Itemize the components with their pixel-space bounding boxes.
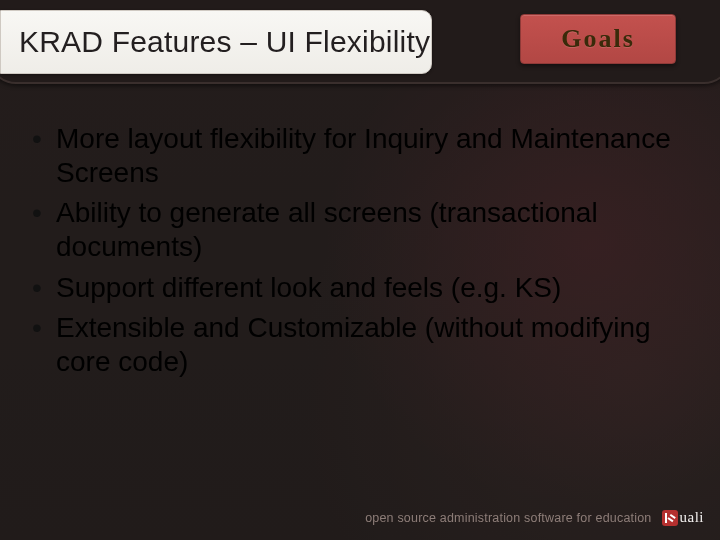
bullet-list: More layout flexibility for Inquiry and … [28,122,692,385]
footer-tagline: open source administration software for … [365,511,651,525]
kuali-logo-word: uali [680,509,705,526]
kuali-logo: uali [662,509,705,526]
title-plate: KRAD Features – UI Flexibility [0,10,432,74]
goals-badge: Goals [520,14,676,64]
list-item: Extensible and Customizable (without mod… [28,311,692,379]
header: KRAD Features – UI Flexibility Goals [0,0,720,96]
page-title: KRAD Features – UI Flexibility [19,25,430,59]
kuali-logo-mark-icon [662,510,678,526]
goals-badge-text: Goals [561,24,635,54]
list-item: More layout flexibility for Inquiry and … [28,122,692,190]
list-item: Support different look and feels (e.g. K… [28,271,692,305]
list-item: Ability to generate all screens (transac… [28,196,692,264]
footer: open source administration software for … [365,509,704,526]
